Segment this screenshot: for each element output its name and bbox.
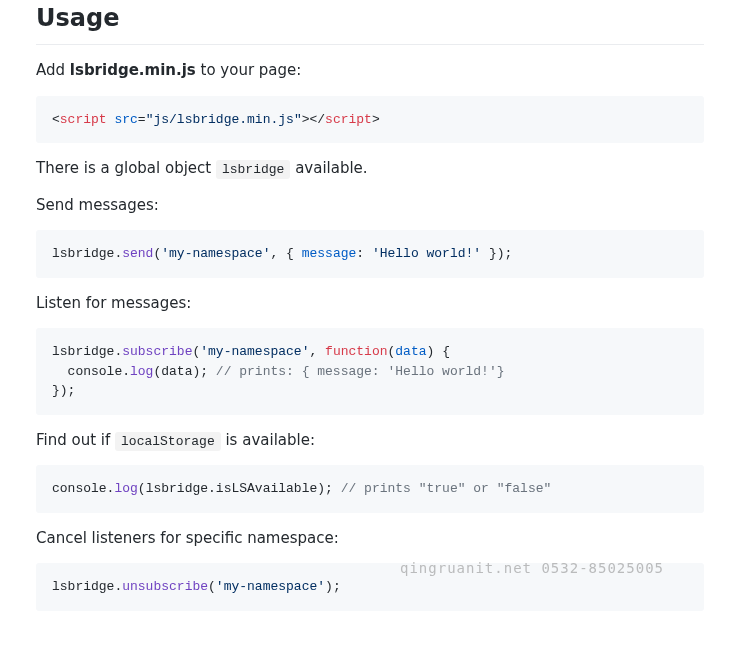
code-token: (data);	[153, 364, 215, 379]
send-messages-label: Send messages:	[36, 194, 704, 217]
code-token: 'my-namespace'	[161, 246, 270, 261]
text: to your page:	[196, 61, 302, 79]
code-token: ) {	[427, 344, 450, 359]
code-token: send	[122, 246, 153, 261]
intro-add-script: Add lsbridge.min.js to your page:	[36, 59, 704, 82]
code-token: console.	[52, 481, 114, 496]
code-token: src	[114, 112, 137, 127]
code-block-isavailable: console.log(lsbridge.isLSAvailable); // …	[36, 465, 704, 513]
code-token: });	[481, 246, 512, 261]
filename: lsbridge.min.js	[70, 61, 196, 79]
localstorage-check-label: Find out if localStorage is available:	[36, 429, 704, 452]
code-token: :	[356, 246, 372, 261]
code-token: });	[52, 383, 75, 398]
code-token: subscribe	[122, 344, 192, 359]
code-token: message	[302, 246, 357, 261]
cancel-listeners-label: Cancel listeners for specific namespace:	[36, 527, 704, 550]
listen-messages-label: Listen for messages:	[36, 292, 704, 315]
code-token: 'my-namespace'	[200, 344, 309, 359]
code-token: log	[130, 364, 153, 379]
code-token: (lsbridge.isLSAvailable);	[138, 481, 341, 496]
inline-code-localstorage: localStorage	[115, 432, 221, 451]
code-token: "js/lsbridge.min.js"	[146, 112, 302, 127]
code-token: <	[52, 112, 60, 127]
code-token: function	[325, 344, 387, 359]
code-token: 'my-namespace'	[216, 579, 325, 594]
code-token: script	[60, 112, 107, 127]
code-token: >	[372, 112, 380, 127]
section-heading: Usage	[36, 0, 704, 45]
code-token: console.	[52, 364, 130, 379]
code-token: // prints "true" or "false"	[341, 481, 552, 496]
code-token: ,	[309, 344, 325, 359]
text: is available:	[221, 431, 315, 449]
code-block-unsubscribe: lsbridge.unsubscribe('my-namespace');	[36, 563, 704, 611]
code-token: unsubscribe	[122, 579, 208, 594]
code-token: lsbridge.	[52, 579, 122, 594]
code-token: 'Hello world!'	[372, 246, 481, 261]
global-object-note: There is a global object lsbridge availa…	[36, 157, 704, 180]
code-token: ></	[302, 112, 325, 127]
code-token: );	[325, 579, 341, 594]
inline-code-lsbridge: lsbridge	[216, 160, 290, 179]
code-token: data	[395, 344, 426, 359]
code-token: script	[325, 112, 372, 127]
code-token: // prints: { message: 'Hello world!'}	[216, 364, 505, 379]
text: Find out if	[36, 431, 115, 449]
text: available.	[290, 159, 367, 177]
text: There is a global object	[36, 159, 216, 177]
code-token: lsbridge.	[52, 246, 122, 261]
code-token: (	[208, 579, 216, 594]
code-block-send: lsbridge.send('my-namespace', { message:…	[36, 230, 704, 278]
code-block-include: <script src="js/lsbridge.min.js"></scrip…	[36, 96, 704, 144]
code-token: , {	[270, 246, 301, 261]
code-block-subscribe: lsbridge.subscribe('my-namespace', funct…	[36, 328, 704, 415]
code-token: lsbridge.	[52, 344, 122, 359]
code-token: =	[138, 112, 146, 127]
text: Add	[36, 61, 70, 79]
code-token: log	[114, 481, 137, 496]
